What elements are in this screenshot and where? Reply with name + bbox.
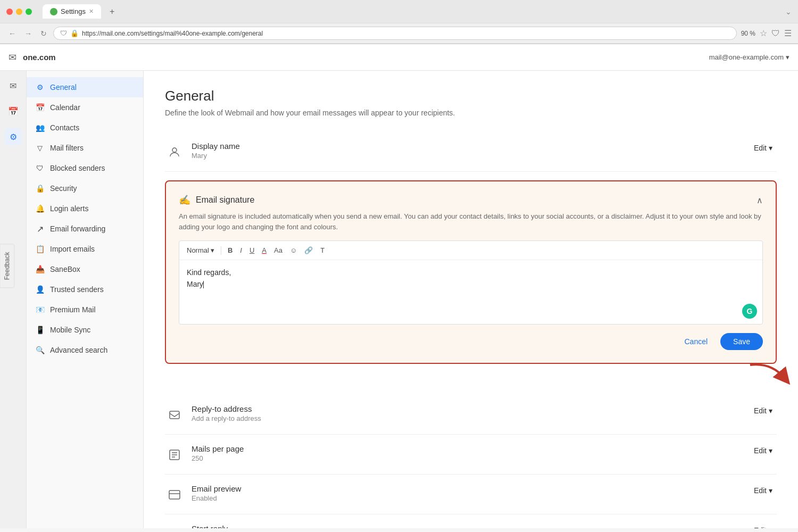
format-dropdown[interactable]: Normal ▾ xyxy=(185,245,217,255)
underline-button[interactable]: U xyxy=(247,245,256,255)
mail-filters-icon: ▽ xyxy=(35,143,45,153)
sidebar-item-email-forwarding[interactable]: ↗ Email forwarding xyxy=(27,219,143,239)
security-icon: 🔒 xyxy=(35,184,45,193)
sidebar-item-mobile-sync[interactable]: 📱 Mobile Sync xyxy=(27,320,143,340)
reload-button[interactable]: ↻ xyxy=(38,28,49,39)
mails-per-page-icon xyxy=(165,445,184,464)
close-button[interactable] xyxy=(6,9,13,15)
chevron-down-icon: ▾ xyxy=(769,144,772,152)
settings-nav-icon[interactable]: ⚙ xyxy=(5,128,22,145)
mails-per-page-section: Mails per page 250 Edit ▾ xyxy=(165,435,777,475)
signature-icon: ✍ xyxy=(179,194,190,206)
user-menu[interactable]: mail@one-example.com ▾ xyxy=(709,53,789,61)
minimize-button[interactable] xyxy=(16,9,22,15)
maximize-button[interactable] xyxy=(26,9,32,15)
calendar-nav-icon[interactable]: 📅 xyxy=(5,103,22,120)
sidebar-item-label-mail-filters: Mail filters xyxy=(50,144,84,152)
mails-per-page-edit-button[interactable]: Edit ▾ xyxy=(750,444,777,457)
active-tab[interactable]: Settings ✕ xyxy=(43,4,101,19)
menu-icon[interactable]: ☰ xyxy=(784,28,792,38)
sidebar-item-import-emails[interactable]: 📋 Import emails xyxy=(27,239,143,259)
font-size-button[interactable]: Aa xyxy=(272,245,285,255)
back-button[interactable]: ← xyxy=(6,28,18,39)
tab-close-icon[interactable]: ✕ xyxy=(89,8,94,15)
sidebar-item-login-alerts[interactable]: 🔔 Login alerts xyxy=(27,198,143,219)
collapse-icon[interactable]: ∧ xyxy=(757,195,763,205)
email-preview-value: Enabled xyxy=(192,494,241,502)
page-title: General xyxy=(165,88,777,104)
emoji-button[interactable]: ☺ xyxy=(288,245,299,255)
blocked-senders-icon: 🛡 xyxy=(35,163,45,173)
link-button[interactable]: 🔗 xyxy=(302,245,315,255)
toolbar-separator-1 xyxy=(221,246,221,255)
import-emails-icon: 📋 xyxy=(35,244,45,254)
sidebar-item-label-email-forwarding: Email forwarding xyxy=(50,225,105,233)
sidebar-item-blocked-senders[interactable]: 🛡 Blocked senders xyxy=(27,158,143,178)
email-preview-icon xyxy=(165,485,184,504)
display-name-edit-button[interactable]: Edit ▾ xyxy=(750,142,777,154)
window-controls: ⌄ xyxy=(785,7,792,16)
text-cursor xyxy=(203,281,204,288)
font-color-button[interactable]: A xyxy=(260,245,269,255)
italic-button[interactable]: I xyxy=(238,245,244,255)
reply-to-sublabel: Add a reply-to address xyxy=(192,414,261,422)
mails-per-page-chevron-icon: ▾ xyxy=(769,446,772,455)
security-shield-icon: 🛡 xyxy=(60,29,67,37)
reply-to-chevron-icon: ▾ xyxy=(769,406,772,415)
email-preview-edit-button[interactable]: Edit ▾ xyxy=(750,484,777,497)
reply-to-icon xyxy=(165,405,184,425)
sidebar-item-label-mobile-sync: Mobile Sync xyxy=(50,326,90,334)
url-text: https://mail.one.com/settings/mail%40one… xyxy=(82,30,730,37)
shield-icon[interactable]: 🛡 xyxy=(771,29,780,38)
source-button[interactable]: T xyxy=(318,245,327,255)
mails-per-page-label: Mails per page xyxy=(192,444,244,453)
page-subtitle: Define the look of Webmail and how your … xyxy=(165,109,777,117)
reply-to-edit-button[interactable]: Edit ▾ xyxy=(750,404,777,417)
sidebar-item-security[interactable]: 🔒 Security xyxy=(27,178,143,198)
sidebar-item-general[interactable]: ⚙ General xyxy=(27,77,143,97)
sidebar-item-label-contacts: Contacts xyxy=(50,123,79,132)
sidebar-item-sanebox[interactable]: 📥 SaneBox xyxy=(27,259,143,279)
mobile-sync-icon: 📱 xyxy=(35,325,45,335)
sidebar-item-mail-filters[interactable]: ▽ Mail filters xyxy=(27,138,143,158)
start-reply-edit-button[interactable]: Edit ▾ xyxy=(750,524,777,528)
reply-to-label: Reply-to address xyxy=(192,404,261,413)
app-logo: one.com xyxy=(23,53,56,62)
sidebar-item-label-general: General xyxy=(50,83,77,92)
user-email: mail@one-example.com xyxy=(709,53,784,61)
cancel-button[interactable]: Cancel xyxy=(678,333,714,350)
reply-to-section: Reply-to address Add a reply-to address … xyxy=(165,395,777,435)
main-content: General Define the look of Webmail and h… xyxy=(144,71,798,528)
signature-line-2: Mary xyxy=(187,278,755,290)
sidebar-item-label-calendar: Calendar xyxy=(50,103,80,112)
email-forwarding-icon: ↗ xyxy=(35,224,45,234)
bookmark-icon[interactable]: ☆ xyxy=(760,28,767,38)
svg-point-0 xyxy=(172,148,177,152)
display-name-icon xyxy=(165,143,184,162)
signature-description: An email signature is included automatic… xyxy=(179,211,763,232)
tab-favicon xyxy=(50,8,57,15)
address-bar[interactable]: 🛡 🔒 https://mail.one.com/settings/mail%4… xyxy=(53,27,737,40)
sidebar-item-calendar[interactable]: 📅 Calendar xyxy=(27,97,143,118)
sidebar-item-trusted-senders[interactable]: 👤 Trusted senders xyxy=(27,279,143,300)
tab-label: Settings xyxy=(61,7,86,15)
signature-line-1: Kind regards, xyxy=(187,267,755,278)
sidebar-item-advanced-search[interactable]: 🔍 Advanced search xyxy=(27,340,143,360)
feedback-tab[interactable]: Feedback xyxy=(0,244,14,288)
bold-button[interactable]: B xyxy=(226,245,235,255)
new-tab-button[interactable]: + xyxy=(110,7,114,16)
forward-button[interactable]: → xyxy=(22,28,34,39)
sidebar-item-premium-mail[interactable]: 📧 Premium Mail xyxy=(27,300,143,320)
editor-content[interactable]: Kind regards, Mary G xyxy=(179,260,762,324)
grammarly-button[interactable]: G xyxy=(742,304,757,319)
icon-rail: ✉ 📅 ⚙ xyxy=(0,71,27,528)
annotation-arrow xyxy=(745,360,793,386)
save-button[interactable]: Save xyxy=(720,333,763,350)
mail-icon: ✉ xyxy=(9,52,16,63)
general-icon: ⚙ xyxy=(35,82,45,92)
sidebar-item-label-login-alerts: Login alerts xyxy=(50,204,88,213)
traffic-lights xyxy=(6,9,32,15)
sidebar-item-label-import-emails: Import emails xyxy=(50,245,95,253)
sidebar-item-contacts[interactable]: 👥 Contacts xyxy=(27,118,143,138)
mail-nav-icon[interactable]: ✉ xyxy=(5,77,22,94)
